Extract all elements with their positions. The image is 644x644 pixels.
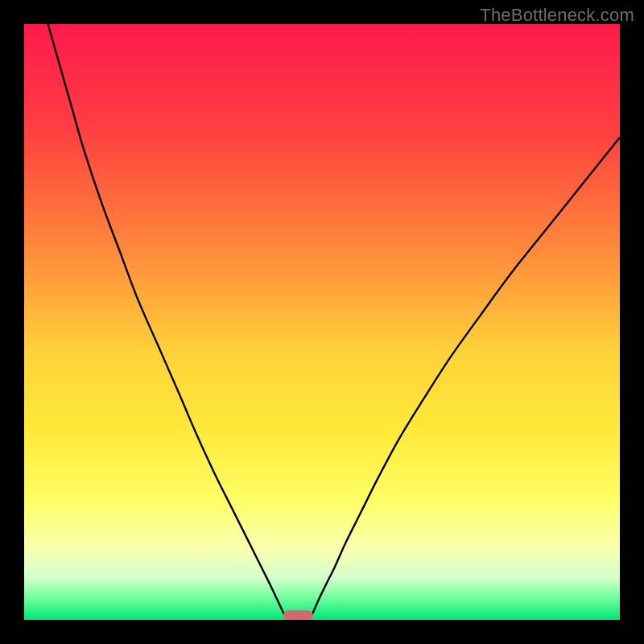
- watermark-text: TheBottleneck.com: [480, 5, 634, 26]
- plot-area: [24, 24, 620, 620]
- bottleneck-chart: [24, 24, 620, 620]
- outer-frame: TheBottleneck.com: [0, 0, 644, 644]
- gradient-background: [24, 24, 620, 620]
- minimum-marker: [283, 610, 313, 620]
